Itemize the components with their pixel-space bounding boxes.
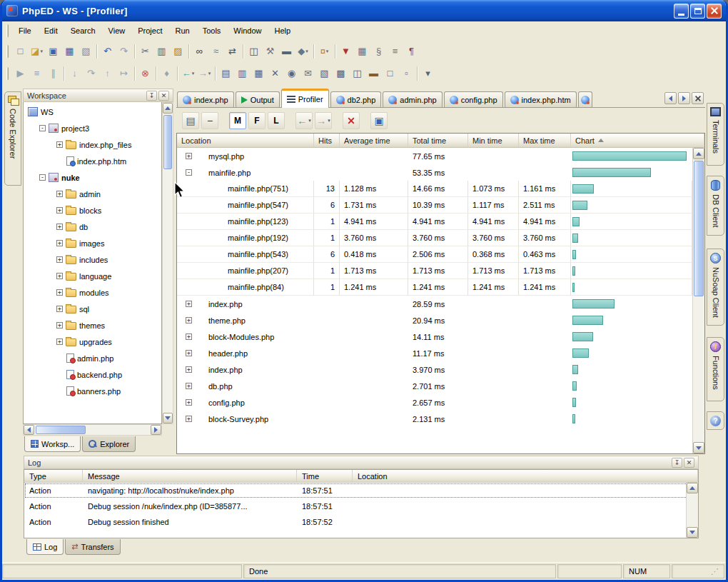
toolbar-grip[interactable] [6,67,9,80]
log-vertical-scrollbar[interactable] [686,483,698,538]
tools-icon[interactable]: ⚒ [262,43,278,59]
toolbar-grip[interactable] [6,45,9,58]
document-tab-config-php[interactable]: config.php [444,91,503,107]
copy-icon[interactable]: ▥ [153,43,170,59]
menu-grip[interactable] [6,24,9,37]
profiler-row[interactable]: mainfile.php(547) 6 1.731 ms 10.39 ms 1.… [177,197,692,214]
bookmark-icon[interactable]: ▼ [338,43,354,59]
tree-item-ws[interactable]: WS [24,104,161,120]
scroll-left-button[interactable] [24,425,34,435]
minimize-button[interactable] [674,4,689,19]
profiler-row[interactable]: +mysql.php 77.65 ms [177,148,692,164]
log-column-location[interactable]: Location [353,470,698,482]
find-icon[interactable]: ∞ [191,43,208,59]
tree-item-project3[interactable]: - project3 [24,120,161,136]
menu-search[interactable]: Search [64,24,102,38]
tree-expand-toggle[interactable]: + [56,338,63,345]
right-rail-tab-help[interactable]: ? [707,411,724,430]
log-row[interactable]: Action Debug session /nuke/index.php (ID… [24,498,698,514]
profiler-row[interactable]: +index.php 3.970 ms [177,361,692,378]
column-header-chart[interactable]: Chart [571,134,704,147]
link-icon[interactable]: § [370,43,387,59]
tree-item-images[interactable]: + images [24,235,161,251]
scroll-up-button[interactable] [163,103,173,114]
undo-icon[interactable]: ↶ [99,43,116,59]
log-pin-button[interactable]: ↧ [672,458,682,468]
profiler-row[interactable]: mainfile.php(84) 1 1.241 ms 1.241 ms 1.2… [177,279,692,296]
save-all-icon[interactable]: ▦ [61,43,78,59]
tree-expand-toggle[interactable]: + [56,141,63,148]
breakpoint-icon[interactable]: ♦ [158,65,175,81]
workspace-tab-explorer[interactable]: Explorer [82,436,136,452]
right-rail-tab-terminals[interactable]: Terminals [707,103,724,166]
menu-project[interactable]: Project [131,24,168,38]
profiler-row[interactable]: mainfile.php(207) 1 1.713 ms 1.713 ms 1.… [177,263,692,279]
tree-expand-toggle[interactable]: + [56,306,63,312]
row-expand-toggle[interactable]: - [186,169,192,176]
right-rail-tab-functions[interactable]: Functions [707,337,724,401]
close-window-icon[interactable]: ✕ [267,65,283,81]
close-file-icon[interactable]: ▧ [78,43,94,59]
row-expand-toggle[interactable]: + [186,350,192,356]
log-column-time[interactable]: Time [297,470,353,482]
grid-icon[interactable]: ▦ [354,43,370,59]
document-tab-item[interactable] [578,91,592,107]
menu-tools[interactable]: Tools [196,24,228,38]
history-forward-button[interactable]: →▾ [315,112,332,129]
row-expand-toggle[interactable]: + [186,416,192,422]
profiler-row[interactable]: +db.php 2.701 ms [177,378,692,394]
tree-expand-toggle[interactable]: - [39,174,46,181]
tree-expand-toggle[interactable]: + [56,224,63,230]
nav-back-icon[interactable]: ←▾ [180,65,196,81]
workspace-horizontal-scrollbar[interactable] [23,424,162,436]
row-expand-toggle[interactable]: + [186,301,192,307]
profiler-row[interactable]: mainfile.php(543) 6 0.418 ms 2.506 ms 0.… [177,246,692,263]
tree-expand-toggle[interactable]: + [56,289,63,296]
column-header-max-time[interactable]: Max time [519,134,571,147]
workspace-vertical-scrollbar[interactable] [162,102,173,424]
tree-item-admin-php[interactable]: admin.php [24,350,161,366]
log-tab-transfers[interactable]: ⇄Transfers [65,539,120,555]
toggle-lines-button[interactable]: L [268,112,285,129]
menu-help[interactable]: Help [268,24,297,38]
log-row[interactable]: Action Debug session finished 18:57:52 [24,514,698,530]
tree-item-modules[interactable]: + modules [24,284,161,301]
cut-icon[interactable]: ✂ [137,43,153,59]
save-results-button[interactable]: ▣ [370,112,388,129]
tree-item-admin[interactable]: + admin [24,186,161,202]
stop-icon[interactable]: ⊗ [137,65,153,81]
document-tab-index-php[interactable]: index.php [177,91,234,107]
toggle-modules-button[interactable]: M [229,112,246,129]
locals-window-icon[interactable]: ▧ [316,65,333,81]
tree-item-blocks[interactable]: + blocks [24,202,161,219]
menu-view[interactable]: View [102,24,132,38]
globals-window-icon[interactable]: ▩ [333,65,349,81]
code-explorer-rail-tab[interactable]: Code Explorer [4,91,21,186]
step-out-icon[interactable]: ↑ [99,65,116,81]
column-header-average-time[interactable]: Average time [340,134,408,147]
profiler-row[interactable]: +block-Survey.php 2.131 ms [177,411,692,427]
profiler-row[interactable]: +index.php 28.59 ms [177,296,692,312]
workspace-tab-worksp[interactable]: Worksp... [24,436,81,452]
right-rail-tab-nusoap-client[interactable]: NuSoap Client [707,249,724,326]
open-file-icon[interactable]: ◪▾ [29,43,45,59]
breakpoints-window-icon[interactable]: ▥ [234,65,251,81]
step-into-icon[interactable]: ↓ [66,65,83,81]
tree-item-nuke[interactable]: - nuke [24,169,161,186]
column-header-min-time[interactable]: Min time [468,134,519,147]
scrollbar-thumb[interactable] [36,426,86,434]
debugger-icon[interactable]: ◫ [246,43,262,59]
run-options-icon[interactable]: ◆▾ [295,43,311,59]
scrollbar-thumb[interactable] [163,115,172,169]
tree-item-db[interactable]: + db [24,219,161,235]
more-tools-icon[interactable]: ▾ [420,65,436,81]
tree-item-themes[interactable]: + themes [24,317,161,333]
menu-window[interactable]: Window [227,24,268,38]
document-tab-index-php-htm[interactable]: index.php.htm [505,91,577,107]
profiler-row[interactable]: +block-Modules.php 14.11 ms [177,328,692,345]
delete-results-button[interactable] [343,112,360,129]
tree-item-index-php-htm[interactable]: index.php.htm [24,153,161,169]
column-header-hits[interactable]: Hits [314,134,340,147]
scroll-down-button[interactable] [693,442,704,453]
browser-window-icon[interactable]: ▬ [365,65,382,81]
